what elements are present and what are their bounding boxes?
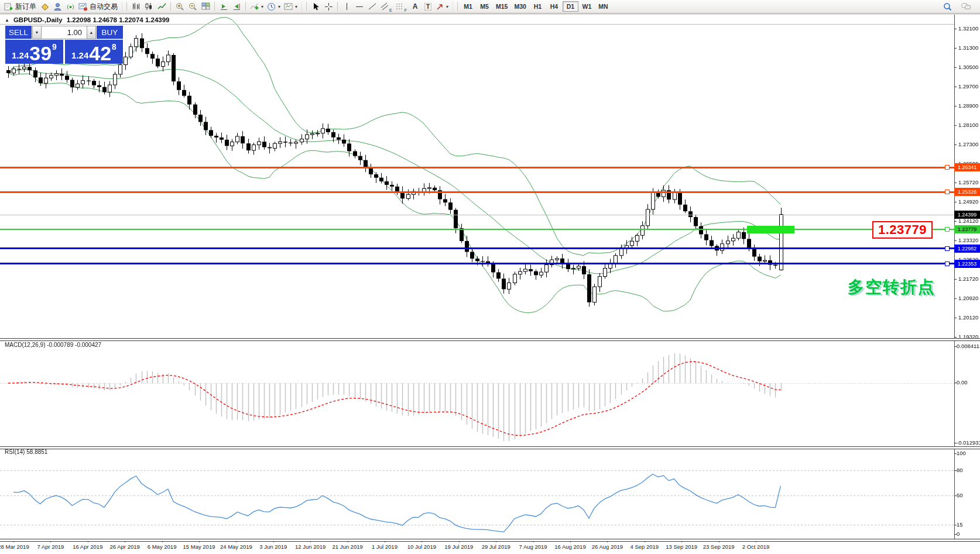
horizontal-level-line[interactable] [0, 167, 954, 168]
chat-button[interactable] [960, 1, 973, 12]
text-label-tool-button[interactable]: T [422, 1, 434, 12]
pane-separator[interactable] [0, 539, 980, 542]
arrow-tool-icon [436, 3, 444, 11]
line-handle[interactable] [945, 261, 950, 266]
horizontal-level-line[interactable] [0, 229, 954, 230]
indicators-button[interactable]: ▾ [248, 1, 265, 12]
metaeditor-icon [40, 2, 49, 11]
line-chart-icon [157, 2, 166, 11]
profile-button[interactable] [51, 1, 64, 12]
price-axis-tick: 1.30500 [958, 64, 978, 70]
support-highlight-zone[interactable] [747, 226, 794, 233]
price-axis-tick: 1.20920 [958, 295, 978, 301]
price-axis-tickmark [954, 240, 957, 241]
horizontal-level-line[interactable] [0, 191, 954, 193]
timeframe-button-h1[interactable]: H1 [530, 1, 546, 12]
bar-chart-button[interactable] [129, 1, 142, 12]
timeframe-button-m15[interactable]: M15 [493, 1, 510, 12]
zoom-out-icon [189, 2, 197, 11]
new-order-button[interactable]: 新订单 [2, 1, 38, 12]
gray-horizontal-line[interactable] [0, 24, 954, 25]
templates-button[interactable]: ▾ [282, 1, 299, 12]
fibonacci-icon [396, 2, 404, 11]
autotrading-button[interactable]: 自动交易 [77, 1, 119, 12]
toolbar-separator [245, 2, 246, 11]
timeframe-button-h4[interactable]: H4 [546, 1, 562, 12]
cursor-tool-button[interactable] [309, 1, 322, 12]
vertical-line-tool-button[interactable] [340, 1, 353, 12]
collapse-icon[interactable]: ▲ [5, 18, 9, 23]
zoom-out-button[interactable] [186, 1, 199, 12]
price-axis-tick: 1.27300 [958, 141, 978, 147]
crosshair-tool-button[interactable] [322, 1, 335, 12]
autotrading-icon [78, 2, 88, 11]
price-level-chip: 1.25326 [954, 188, 980, 196]
tile-windows-button[interactable] [199, 1, 212, 12]
sell-price-block[interactable]: 1.24 39 9 [5, 40, 63, 64]
price-axis-tick: 1.25720 [958, 179, 978, 185]
timeframe-button-d1[interactable]: D1 [563, 1, 578, 12]
arrows-tool-button[interactable]: ▾ [434, 1, 450, 12]
metaeditor-button[interactable] [38, 1, 51, 12]
toolbar-separator [126, 2, 127, 11]
price-axis-tickmark [954, 202, 957, 202]
toolbar-separator [170, 2, 171, 11]
auto-scroll-button[interactable] [217, 1, 230, 12]
time-axis-label: 29 Jul 2019 [482, 543, 510, 550]
line-chart-button[interactable] [155, 1, 168, 12]
template-icon [284, 2, 293, 11]
time-axis-label: 24 May 2019 [220, 543, 252, 550]
price-axis-tickmark [954, 144, 957, 145]
timeframe-button-mn[interactable]: MN [595, 1, 611, 12]
price-axis-tick: 1.23320 [958, 237, 978, 243]
macd-axis-tick: -0.012931 [957, 439, 980, 446]
line-handle[interactable] [945, 227, 950, 232]
timeframe-button-w1[interactable]: W1 [579, 1, 595, 12]
price-axis-tickmark [954, 29, 957, 29]
timeframe-button-m5[interactable]: M5 [477, 1, 492, 12]
pane-separator[interactable] [0, 446, 980, 449]
buy-price-block[interactable]: 1.24 42 8 [65, 40, 123, 64]
time-axis-label: 26 Apr 2019 [110, 543, 140, 550]
trendline-tool-button[interactable] [366, 1, 379, 12]
price-axis-tickmark [954, 67, 957, 68]
profile-icon [53, 2, 62, 11]
signals-icon [66, 2, 75, 11]
search-button[interactable] [941, 1, 954, 12]
volume-up-button[interactable]: ▲ [87, 26, 96, 39]
turning-point-note[interactable]: 多空转折点 [848, 276, 936, 298]
volume-down-button[interactable]: ▼ [32, 26, 42, 39]
price-callout-box[interactable]: 1.23779 [872, 221, 933, 239]
channel-letter: E [389, 8, 392, 12]
macd-indicator-label: MACD(12,26,9) -0.000789 -0.000427 [5, 342, 101, 348]
volume-input[interactable]: 1.00 [42, 26, 87, 39]
timeframe-button-m1[interactable]: M1 [460, 1, 476, 12]
sell-price-prefix: 1.24 [12, 50, 29, 60]
line-handle[interactable] [945, 246, 950, 251]
buy-price-main: 42 [89, 44, 111, 63]
text-tool-button[interactable]: A [409, 1, 422, 12]
candlestick-chart-button[interactable] [142, 1, 155, 12]
horizontal-level-line[interactable] [0, 263, 954, 264]
timeframe-toolbar: M1M5M15M30H1H4D1W1MN [460, 1, 611, 12]
pane-separator[interactable] [0, 338, 980, 341]
fibonacci-tool-button[interactable]: F [394, 1, 409, 12]
zoom-in-button[interactable] [173, 1, 186, 12]
horizontal-level-line[interactable] [0, 247, 954, 249]
toolbar-grip [451, 2, 454, 11]
horizontal-line-tool-button[interactable] [353, 1, 366, 12]
channel-tool-button[interactable]: E [379, 1, 394, 12]
line-handle[interactable] [945, 190, 950, 194]
signals-button[interactable] [64, 1, 77, 12]
dropdown-icon: ▾ [295, 4, 297, 9]
toolbar-separator [457, 2, 458, 11]
chart-canvas[interactable] [0, 0, 980, 554]
time-axis-label: 6 May 2019 [148, 543, 177, 550]
timeframe-button-m30[interactable]: M30 [511, 1, 529, 12]
chart-shift-button[interactable] [230, 1, 243, 12]
toolbar-separator [337, 2, 338, 11]
sell-button[interactable]: SELL [5, 26, 32, 39]
buy-button[interactable]: BUY [97, 26, 123, 39]
line-handle[interactable] [945, 165, 950, 170]
periods-button[interactable]: ▾ [265, 1, 282, 12]
